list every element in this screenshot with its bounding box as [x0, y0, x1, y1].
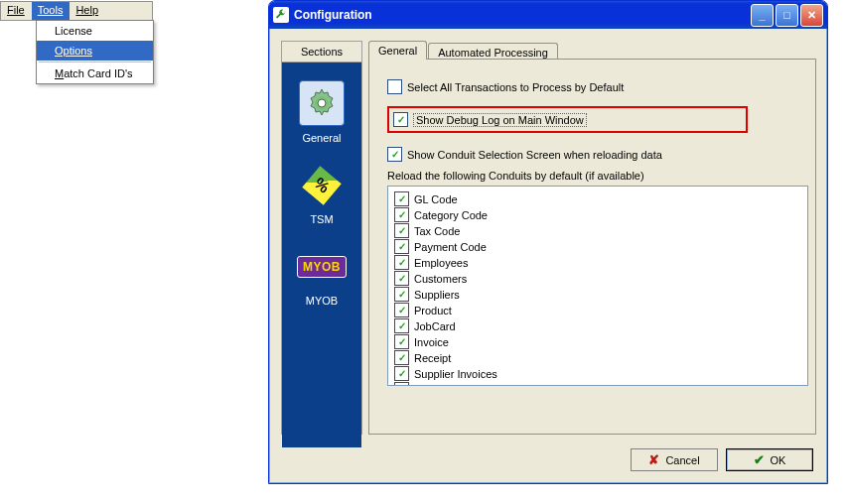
- maximize-icon: □: [783, 9, 790, 21]
- tsm-icon: %: [300, 164, 344, 207]
- conduit-label: GL Code: [414, 193, 458, 205]
- section-tsm-label: TSM: [310, 213, 333, 225]
- conduit-label: Product: [414, 305, 452, 316]
- conduit-checkbox[interactable]: [394, 318, 409, 333]
- tab-general[interactable]: General: [368, 41, 427, 60]
- menu-tools-label: Tools: [38, 4, 64, 16]
- maximize-button[interactable]: □: [776, 4, 798, 27]
- conduit-checkbox[interactable]: [394, 366, 409, 381]
- list-item: Cost of Goods Sold: [394, 382, 801, 386]
- list-item: JobCard: [394, 318, 801, 333]
- checkbox-select-all[interactable]: [387, 79, 402, 94]
- conduit-label: Payment Code: [414, 241, 487, 253]
- checkbox-select-all-label: Select All Transactions to Process by De…: [407, 81, 624, 93]
- list-item: Employees: [394, 255, 801, 270]
- checkbox-show-debug[interactable]: [393, 112, 408, 127]
- conduit-checkbox[interactable]: [394, 350, 409, 365]
- list-item: Payment Code: [394, 239, 801, 254]
- checkbox-show-debug-label: Show Debug Log on Main Window: [413, 113, 587, 127]
- conduit-listbox[interactable]: GL CodeCategory CodeTax CodePayment Code…: [387, 186, 808, 386]
- conduit-checkbox[interactable]: [394, 271, 409, 286]
- window-title: Configuration: [294, 8, 751, 22]
- list-item: Invoice: [394, 334, 801, 349]
- section-myob-label: MYOB: [306, 295, 338, 307]
- tabpanel-general: Select All Transactions to Process by De…: [368, 59, 816, 435]
- conduit-label: Cost of Goods Sold: [414, 384, 508, 387]
- list-item: Supplier Invoices: [394, 366, 801, 381]
- titlebar[interactable]: Configuration _ □ ✕: [269, 1, 827, 29]
- cancel-button[interactable]: ✘ Cancel: [631, 448, 718, 471]
- list-item: Receipt: [394, 350, 801, 365]
- menuitem-options-label: Options: [55, 45, 92, 57]
- conduit-label: Customers: [414, 273, 467, 285]
- tabstrip: General Automated Processing: [368, 41, 559, 60]
- conduit-list-header: Reload the following Conduits by default…: [387, 170, 797, 182]
- checkbox-show-conduit[interactable]: [387, 147, 402, 162]
- menu-file-label: File: [7, 4, 25, 16]
- conduit-label: JobCard: [414, 320, 456, 332]
- check-icon: ✔: [754, 452, 765, 467]
- conduit-checkbox[interactable]: [394, 255, 409, 270]
- conduit-checkbox[interactable]: [394, 191, 409, 206]
- myob-icon: MYOB: [300, 245, 344, 289]
- conduit-label: Invoice: [414, 336, 449, 348]
- configuration-window: Configuration _ □ ✕ Sections General % T…: [268, 0, 828, 484]
- minimize-button[interactable]: _: [751, 4, 774, 27]
- menubar: File Tools Help: [0, 1, 153, 21]
- menu-tools[interactable]: Tools: [32, 2, 71, 20]
- section-general-label: General: [302, 132, 341, 144]
- conduit-label: Employees: [414, 257, 468, 269]
- menuitem-match-underline: M: [55, 67, 64, 79]
- tab-automated-label: Automated Processing: [438, 47, 548, 59]
- conduit-checkbox[interactable]: [394, 207, 409, 222]
- menu-separator: [39, 62, 151, 63]
- section-general[interactable]: General: [282, 76, 361, 154]
- highlighted-option: Show Debug Log on Main Window: [387, 106, 748, 133]
- menuitem-match-rest: atch Card ID's: [64, 67, 132, 79]
- menuitem-license-label: License: [55, 25, 92, 37]
- sections-header: Sections: [282, 42, 361, 63]
- list-item: GL Code: [394, 191, 801, 206]
- conduit-checkbox[interactable]: [394, 239, 409, 254]
- list-item: Category Code: [394, 207, 801, 222]
- sections-panel: Sections General % TSM MYOB MYOB: [281, 41, 362, 435]
- minimize-icon: _: [759, 9, 765, 21]
- cancel-button-label: Cancel: [665, 454, 699, 466]
- list-item: Tax Code: [394, 223, 801, 238]
- checkbox-show-conduit-row: Show Conduit Selection Screen when reloa…: [387, 147, 797, 162]
- section-myob[interactable]: MYOB MYOB: [282, 241, 361, 316]
- menuitem-options[interactable]: Options: [37, 41, 153, 61]
- section-tsm[interactable]: % TSM: [282, 160, 361, 235]
- close-icon: ✕: [807, 9, 816, 22]
- checkbox-show-conduit-label: Show Conduit Selection Screen when reloa…: [407, 149, 662, 161]
- menuitem-match-card-ids[interactable]: Match Card ID's: [37, 63, 153, 83]
- conduit-label: Suppliers: [414, 289, 460, 301]
- conduit-checkbox[interactable]: [394, 303, 409, 317]
- menu-file[interactable]: File: [1, 2, 32, 20]
- conduit-checkbox[interactable]: [394, 334, 409, 349]
- gear-icon: [299, 80, 345, 126]
- tools-dropdown: License Options Match Card ID's: [36, 20, 154, 84]
- conduit-label: Supplier Invoices: [414, 368, 497, 380]
- ok-button-label: OK: [771, 454, 786, 466]
- sections-body: General % TSM MYOB MYOB: [282, 63, 361, 447]
- close-button[interactable]: ✕: [800, 4, 823, 27]
- conduit-checkbox[interactable]: [394, 382, 409, 386]
- list-item: Suppliers: [394, 287, 801, 302]
- conduit-checkbox[interactable]: [394, 287, 409, 302]
- tab-general-label: General: [378, 45, 417, 57]
- conduit-label: Tax Code: [414, 225, 460, 237]
- checkbox-select-all-row: Select All Transactions to Process by De…: [387, 79, 797, 94]
- conduit-label: Category Code: [414, 209, 488, 221]
- ok-button[interactable]: ✔ OK: [726, 448, 813, 471]
- menu-help[interactable]: Help: [70, 2, 105, 20]
- conduit-checkbox[interactable]: [394, 223, 409, 238]
- list-item: Product: [394, 303, 801, 317]
- conduit-label: Receipt: [414, 352, 451, 364]
- dialog-buttons: ✘ Cancel ✔ OK: [631, 448, 813, 471]
- window-buttons: _ □ ✕: [751, 4, 823, 27]
- menuitem-license[interactable]: License: [37, 21, 153, 41]
- menu-help-label: Help: [75, 4, 98, 16]
- x-icon: ✘: [648, 452, 659, 467]
- wrench-icon: [273, 7, 289, 23]
